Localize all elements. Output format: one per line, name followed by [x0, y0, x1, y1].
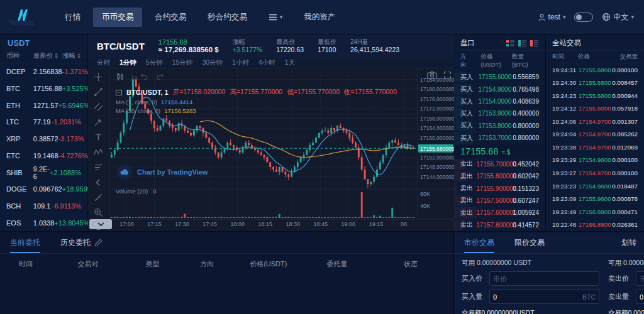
nav-markets-menu[interactable]: ▾: [260, 9, 292, 25]
undo-icon[interactable]: [140, 72, 148, 82]
brush-icon: [94, 117, 103, 127]
order-book-sell-row[interactable]: 卖出17157.6000001.005924: [454, 207, 545, 219]
coin-row-shib[interactable]: SHIB9.2E-6+2.1088%: [0, 164, 87, 181]
coin-row-eos[interactable]: EOS1.0338+13.8045%: [0, 214, 87, 231]
order-book-sell-row[interactable]: 卖出17155.8000000.602042: [454, 170, 545, 182]
hide-toolbar-tool[interactable]: [93, 178, 104, 187]
zoom-in-tool[interactable]: [93, 208, 104, 217]
theme-toggle[interactable]: [574, 13, 593, 22]
sell-price-input[interactable]: [636, 271, 644, 286]
mid-approx: ≈ $: [501, 149, 510, 156]
tab-trade-1[interactable]: 限价交易: [514, 232, 545, 253]
sell-amount-input[interactable]: [640, 290, 644, 303]
timeframe-分时[interactable]: 分时: [97, 58, 110, 67]
coin-row-eth[interactable]: ETH1271.57+5.6946%: [0, 97, 87, 114]
nav-item-3[interactable]: 秒合约交易: [199, 8, 256, 27]
svg-text:17172.000000: 17172.000000: [420, 106, 454, 112]
channel-tool[interactable]: [93, 102, 104, 112]
forecast-tool[interactable]: [93, 163, 104, 172]
username: test: [548, 13, 560, 21]
order-price: 17157.600000: [476, 209, 513, 216]
timeframe-row: 分时1分钟5分钟15分钟30分钟1小时4小时1天: [88, 58, 454, 68]
buy-price-input[interactable]: [489, 271, 599, 286]
order-book-sell-row[interactable]: 卖出17155.7000000.452042: [454, 158, 545, 170]
nav-item-0[interactable]: 行情: [56, 8, 89, 27]
user-menu[interactable]: test ▾: [538, 13, 566, 21]
crosshair-tool[interactable]: [93, 72, 104, 82]
timeframe-5分钟[interactable]: 5分钟: [146, 58, 163, 67]
candle-style-icon[interactable]: [113, 70, 132, 84]
trend-line-tool[interactable]: [93, 87, 104, 97]
trade-price: 17154.9700: [579, 144, 612, 151]
brand-logo[interactable]: Nasdaq: [10, 8, 35, 26]
tab-orders-1[interactable]: 历史委托: [60, 232, 91, 253]
coin-row-doge[interactable]: DOGE0.096762+18.9599%: [0, 181, 87, 198]
chart-canvas[interactable]: 17:0017:1517:3017:4518:0018:1518:3018:45…: [109, 68, 454, 231]
toolbar-collapse-button[interactable]: [89, 219, 112, 229]
timeframe-15分钟[interactable]: 15分钟: [172, 58, 193, 67]
buy-amount-input[interactable]: [493, 290, 582, 303]
timeframe-4小时[interactable]: 4小时: [258, 58, 275, 67]
language-menu[interactable]: 中文 ▾: [602, 12, 634, 23]
view-mode-buys-icon[interactable]: [518, 40, 527, 47]
pattern-tool[interactable]: [93, 148, 104, 157]
transfer-link[interactable]: 划转: [621, 237, 636, 248]
order-book-sell-row[interactable]: 卖出17157.5000000.607247: [454, 195, 545, 207]
timeframe-30分钟[interactable]: 30分钟: [202, 58, 223, 67]
trade-time: 19:23:29: [552, 156, 579, 163]
trade-time: 19:24:06: [552, 118, 579, 125]
text-tool-tool[interactable]: [93, 133, 104, 142]
trade-row: 19:23:3817154.97000.012069: [546, 141, 644, 154]
snapshot-camera-icon[interactable]: [427, 71, 437, 79]
tab-orders-0[interactable]: 当前委托: [10, 232, 40, 253]
coin-change: -6.9113%: [52, 202, 81, 210]
buy-amount-unit: BTC: [582, 293, 596, 301]
svg-text:17168.000000: 17168.000000: [420, 116, 454, 122]
fullscreen-icon[interactable]: [443, 71, 452, 79]
nav-item-2[interactable]: 合约交易: [146, 8, 195, 27]
order-book-buy-row[interactable]: 买入17155.60000.556859: [454, 71, 545, 83]
coin-row-xrp[interactable]: XRP0.38572-3.173%: [0, 131, 87, 148]
coin-row-ltc[interactable]: LTC77.19-1.2031%: [0, 114, 87, 131]
trade-time: 19:24:23: [552, 92, 579, 99]
order-book-sell-row[interactable]: 卖出17155.9000000.151323: [454, 182, 545, 194]
nav-item-5[interactable]: 我的资产: [295, 8, 344, 27]
coin-change: -1.371%: [62, 68, 88, 75]
timeframe-1小时[interactable]: 1小时: [232, 58, 249, 67]
coin-row-dcep[interactable]: DCEP2.156838-1.371%: [0, 63, 87, 80]
sell-total: 交易额0.00000000 USDT: [608, 309, 644, 314]
view-mode-sells-icon[interactable]: [530, 40, 539, 47]
order-book-buy-row[interactable]: 买入17153.80000.800000: [454, 120, 545, 132]
coin-row-btc[interactable]: BTC17156.88+3.525%: [0, 80, 87, 97]
sort-change-icon[interactable]: [77, 53, 81, 59]
trade-row: 19:24:0417154.97000.085262: [546, 128, 644, 141]
order-book-buy-row[interactable]: 买入17153.70000.800000: [454, 132, 545, 144]
nav-item-1[interactable]: 币币交易: [93, 8, 142, 27]
orders-col-2: 类型: [127, 259, 181, 269]
drawing-toolbar: [88, 68, 109, 231]
eraser-tool[interactable]: [93, 238, 104, 247]
coin-price: 9.2E-6: [33, 165, 50, 180]
site-trades-title: 全站交易: [552, 38, 581, 48]
redo-icon[interactable]: [156, 72, 165, 82]
timeframe-1分钟[interactable]: 1分钟: [119, 58, 136, 67]
svg-text:17:30: 17:30: [175, 221, 189, 227]
coin-row-etc[interactable]: ETC19.1468-4.7276%: [0, 148, 87, 165]
order-book-buy-row[interactable]: 买入17153.90000.400000: [454, 107, 545, 119]
coin-price: 77.19: [33, 118, 52, 126]
view-mode-both-icon[interactable]: [506, 40, 515, 47]
brush-tool[interactable]: [93, 117, 104, 127]
quote-tab-usdt[interactable]: USDT: [0, 35, 87, 50]
series-toggle-icon[interactable]: −: [116, 90, 122, 95]
coin-price: 19.1468: [33, 152, 58, 160]
brand-name: Nasdaq: [10, 20, 35, 26]
order-book-buy-row[interactable]: 买入17154.90000.765498: [454, 83, 545, 95]
market-sidebar: USDT 币种 最新价 涨幅 DCEP2.156838-1.371%BTC171…: [0, 35, 88, 231]
sort-price-icon[interactable]: [54, 53, 58, 59]
ruler-tool[interactable]: [93, 193, 104, 202]
tab-trade-0[interactable]: 市价交易: [464, 232, 494, 253]
coin-row-bch[interactable]: BCH109.1-6.9113%: [0, 198, 87, 215]
timeframe-1天[interactable]: 1天: [285, 58, 295, 67]
order-book-buy-row[interactable]: 买入17154.00000.408639: [454, 95, 545, 107]
order-book-sell-row[interactable]: 卖出17157.8000000.414572: [454, 219, 545, 231]
